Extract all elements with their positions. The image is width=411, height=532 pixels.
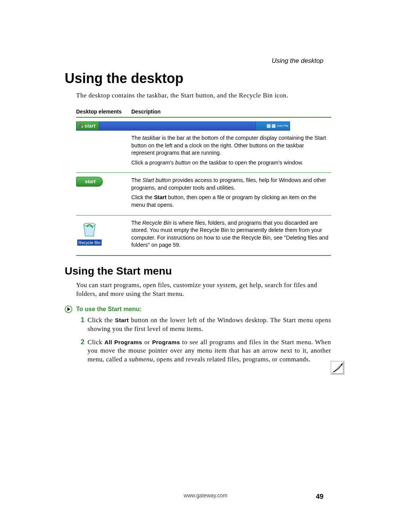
svg-marker-3 [67,307,70,311]
taskbar-desc-p1: The taskbar is the bar at the bottom of … [131,134,329,157]
recycle-bin-desc: The Recycle Bin is where files, folders,… [131,219,329,249]
table-header-elements: Desktop elements [76,106,131,117]
play-arrow-icon [65,305,72,313]
desktop-elements-table: Desktop elements Description start 3:03 … [76,106,331,256]
procedure-heading-row: To use the Start menu: [65,305,331,313]
taskbar-graphic: start 3:03 PM [76,121,290,131]
start-button-desc-p1: The Start button provides access to prog… [131,177,329,192]
procedure-heading: To use the Start menu: [76,306,142,313]
tray-icon [272,124,276,128]
table-row-recycle-bin: Recycle Bin The Recycle Bin is where fil… [76,215,331,256]
windows-flag-icon [80,124,83,128]
tray-clock: 3:03 PM [277,124,288,128]
heading-using-the-desktop: Using the desktop [65,70,331,86]
taskbar-tray-graphic: 3:03 PM [255,122,290,130]
step-text: Click All Programs or Programs to see al… [88,338,331,364]
tray-icon [267,124,271,128]
taskbar-start-button-graphic: start [76,122,99,130]
start-button-label: start [85,178,96,185]
recycle-bin-icon [81,220,98,238]
start-button-graphic: start [76,177,103,187]
table-header-description: Description [131,106,331,117]
step-text: Click the Start button on the lower left… [88,316,331,334]
table-row-taskbar: start 3:03 PM [76,117,331,131]
taskbar-start-label: start [84,123,96,129]
table-row-taskbar-desc: The taskbar is the bar at the bottom of … [76,131,331,173]
step-item: 2 Click All Programs or Programs to see … [76,338,331,364]
footer-page-number: 49 [316,493,323,501]
recycle-bin-label: Recycle Bin [77,240,102,246]
document-page: Using the desktop Using the desktop The … [0,0,411,532]
step-number: 1 [76,316,84,324]
heading-using-the-start-menu: Using the Start menu [65,265,331,277]
running-head: Using the desktop [272,57,323,65]
table-row-start-button: start The Start button provides access t… [76,173,331,215]
start-menu-intro: You can start programs, open files, cust… [76,281,331,299]
intro-paragraph: The desktop contains the taskbar, the St… [76,92,331,99]
footer-url: www.gateway.com [0,492,411,498]
page-curl-icon [331,361,344,375]
taskbar-desc-p2: Click a program's button on the taskbar … [131,159,329,167]
step-item: 1 Click the Start button on the lower le… [76,316,331,334]
start-button-desc-p2: Click the Start button, then open a file… [131,194,329,209]
recycle-bin-graphic: Recycle Bin [76,220,103,246]
step-number: 2 [76,338,84,347]
procedure-steps: 1 Click the Start button on the lower le… [76,316,331,364]
page-content: Using the desktop The desktop contains t… [65,70,331,369]
